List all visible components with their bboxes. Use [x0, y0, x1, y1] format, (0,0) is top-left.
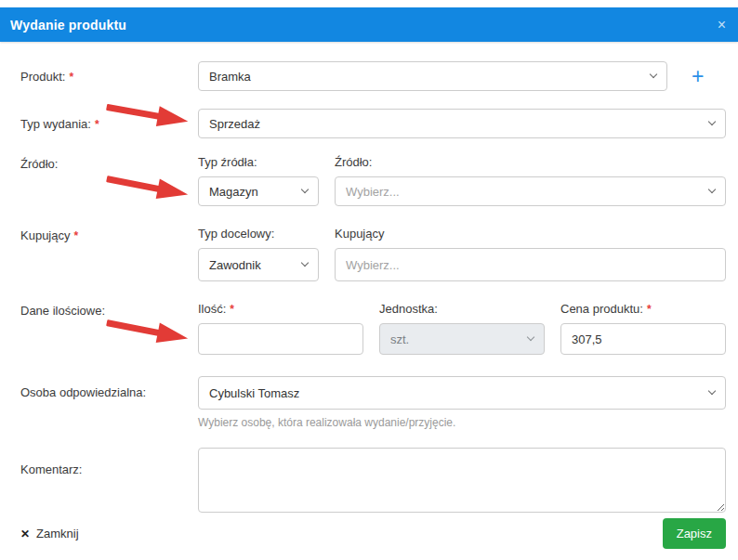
kupujacy-input[interactable]: [335, 248, 726, 281]
produkt-label: Produkt:*: [20, 70, 198, 84]
chevron-down-icon: [301, 259, 309, 267]
zrodlo-select[interactable]: Wybierz...: [335, 176, 726, 206]
modal-footer: ✕ Zamknij Zapisz: [20, 518, 726, 549]
row-osoba-odpowiedzialna: Osoba odpowiedzialna: Cybulski Tomasz Wy…: [20, 376, 726, 429]
typ-zrodla-label: Typ źródła:: [198, 155, 319, 169]
typ-zrodla-select[interactable]: Magazyn: [198, 176, 319, 206]
dane-ilosciowe-label: Dane ilościowe:: [20, 302, 198, 355]
jednostka-label: Jednostka:: [379, 302, 545, 316]
osoba-helper-text: Wybierz osobę, która realizowała wydanie…: [198, 416, 726, 429]
zamknij-label: Zamknij: [36, 527, 79, 540]
komentarz-textarea[interactable]: [198, 448, 726, 513]
modal-title: Wydanie produktu: [10, 18, 126, 33]
row-typ-wydania: Typ wydania:* Sprzedaż: [20, 109, 726, 138]
row-produkt: Produkt:* Bramka +: [20, 61, 726, 91]
chevron-down-icon: [708, 186, 716, 193]
kupujacy-label: Kupujący*: [20, 227, 198, 281]
jednostka-select: szt.: [379, 323, 545, 355]
zrodlo-label: Źródło:: [20, 155, 198, 206]
produkt-select[interactable]: Bramka: [198, 61, 667, 91]
cena-produktu-label: Cena produktu:*: [560, 302, 726, 316]
ilosc-label: Ilość:*: [198, 302, 363, 316]
required-asterisk: *: [230, 303, 234, 316]
chevron-down-icon: [527, 333, 534, 341]
required-asterisk: *: [95, 118, 99, 131]
chevron-down-icon: [301, 186, 309, 193]
row-zrodlo: Źródło: Typ źródła: Magazyn Źródło: Wybi…: [20, 155, 726, 206]
required-asterisk: *: [69, 71, 73, 84]
osoba-odpowiedzialna-select[interactable]: Cybulski Tomasz: [198, 376, 726, 410]
modal: Wydanie produktu × Produkt:* Bramka + Ty…: [0, 0, 738, 560]
typ-docelowy-label: Typ docelowy:: [198, 227, 319, 241]
zrodlo-sublabel: Źródło:: [335, 155, 726, 169]
required-asterisk: *: [647, 303, 652, 316]
kupujacy-sublabel: Kupujący: [335, 227, 726, 241]
zapisz-button[interactable]: Zapisz: [663, 518, 726, 549]
typ-wydania-label: Typ wydania:*: [20, 117, 198, 131]
ilosc-input[interactable]: [198, 323, 363, 355]
chevron-down-icon: [650, 71, 657, 78]
zamknij-button[interactable]: ✕ Zamknij: [20, 527, 79, 540]
osoba-odpowiedzialna-label: Osoba odpowiedzialna:: [20, 376, 198, 429]
chevron-down-icon: [708, 118, 716, 125]
typ-docelowy-select[interactable]: Zawodnik: [198, 248, 319, 281]
typ-wydania-select[interactable]: Sprzedaż: [198, 109, 726, 138]
row-kupujacy: Kupujący* Typ docelowy: Zawodnik Kupując…: [20, 227, 726, 281]
chevron-down-icon: [708, 387, 716, 395]
close-icon[interactable]: ×: [718, 18, 726, 33]
modal-header: Wydanie produktu ×: [0, 7, 738, 42]
komentarz-label: Komentarz:: [20, 448, 198, 513]
row-komentarz: Komentarz:: [20, 448, 726, 513]
cena-produktu-input[interactable]: [560, 323, 726, 355]
required-asterisk: *: [73, 229, 78, 242]
row-dane-ilosciowe: Dane ilościowe: Ilość:* Jednostka: szt.: [20, 302, 726, 355]
modal-body: Produkt:* Bramka + Typ wydania:* Sprzeda…: [0, 42, 738, 513]
close-x-icon: ✕: [20, 527, 30, 540]
add-product-button[interactable]: +: [692, 66, 704, 87]
